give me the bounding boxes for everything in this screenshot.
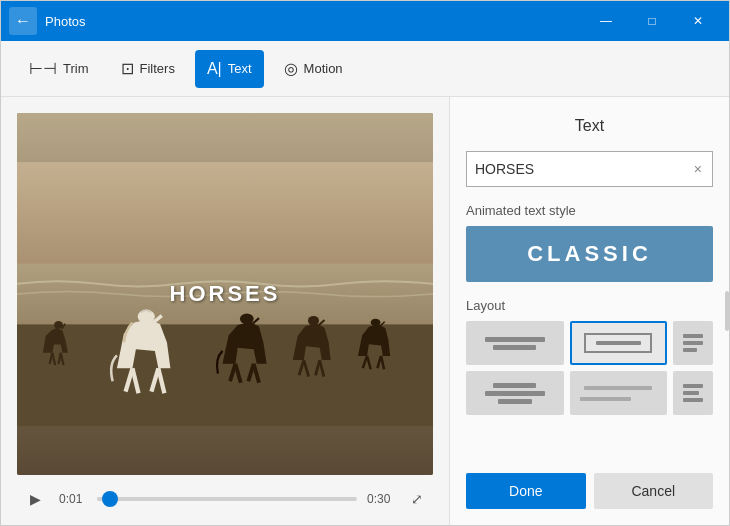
text-icon: A| — [207, 60, 222, 78]
layout-icon-3 — [679, 330, 707, 356]
right-panel: Text × Animated text style CLASSIC Layou… — [449, 97, 729, 525]
app-window: ← Photos — □ ✕ ⊢⊣ Trim ⊡ Filters A| Text… — [0, 0, 730, 526]
layout-side-bar — [683, 391, 699, 395]
clear-text-button[interactable]: × — [692, 159, 704, 179]
back-button[interactable]: ← — [9, 7, 37, 35]
motion-label: Motion — [304, 61, 343, 76]
style-classic-button[interactable]: CLASSIC — [466, 226, 713, 282]
layout-bar — [493, 345, 536, 350]
layout-grid — [466, 321, 713, 415]
layout-bar — [485, 391, 545, 396]
title-bar: ← Photos — □ ✕ — [1, 1, 729, 41]
layout-side-bar — [683, 384, 703, 388]
layout-icon-2 — [572, 323, 666, 363]
panel-title: Text — [466, 117, 713, 135]
timeline-thumb[interactable] — [102, 491, 118, 507]
layout-bar — [493, 383, 536, 388]
layout-icon-1 — [468, 323, 562, 363]
current-time: 0:01 — [59, 492, 87, 506]
filters-button[interactable]: ⊡ Filters — [109, 50, 187, 88]
layout-side-bar — [683, 334, 703, 338]
layout-option-4[interactable] — [466, 371, 564, 415]
main-content: HORSES ▶ 0:01 0:30 ⤢ Text × Animated t — [1, 97, 729, 525]
animated-style-label: Animated text style — [466, 203, 713, 218]
text-label: Text — [228, 61, 252, 76]
layout-side-bar — [683, 348, 697, 352]
app-title: Photos — [45, 14, 583, 29]
layout-bar — [498, 399, 532, 404]
text-input[interactable] — [475, 161, 692, 177]
window-controls: — □ ✕ — [583, 1, 721, 41]
total-time: 0:30 — [367, 492, 395, 506]
text-button[interactable]: A| Text — [195, 50, 264, 88]
layout-option-1[interactable] — [466, 321, 564, 365]
layout-side-bar — [683, 341, 703, 345]
video-preview: HORSES — [17, 113, 433, 475]
left-panel: HORSES ▶ 0:01 0:30 ⤢ — [1, 97, 449, 525]
done-button[interactable]: Done — [466, 473, 586, 509]
toolbar: ⊢⊣ Trim ⊡ Filters A| Text ◎ Motion — [1, 41, 729, 97]
cancel-button[interactable]: Cancel — [594, 473, 714, 509]
layout-option-2[interactable] — [570, 321, 668, 365]
action-buttons: Done Cancel — [466, 473, 713, 509]
svg-point-18 — [308, 316, 319, 326]
layout-option-6[interactable] — [673, 371, 713, 415]
trim-label: Trim — [63, 61, 89, 76]
layout-bar — [485, 337, 545, 342]
layout-option-5[interactable] — [570, 371, 668, 415]
filters-label: Filters — [140, 61, 175, 76]
maximize-button[interactable]: □ — [629, 1, 675, 41]
play-button[interactable]: ▶ — [21, 485, 49, 513]
layout-icon-4 — [468, 373, 562, 413]
text-input-row: × — [466, 151, 713, 187]
video-overlay-text: HORSES — [170, 281, 281, 307]
motion-button[interactable]: ◎ Motion — [272, 50, 355, 88]
svg-point-13 — [240, 314, 254, 325]
layout-side-bar — [683, 398, 703, 402]
layout-label: Layout — [466, 298, 713, 313]
minimize-button[interactable]: — — [583, 1, 629, 41]
svg-point-23 — [371, 319, 381, 326]
layout-icon-5 — [572, 373, 666, 413]
layout-option-3[interactable] — [673, 321, 713, 365]
layout-icon-6 — [679, 380, 707, 406]
expand-button[interactable]: ⤢ — [405, 487, 429, 511]
trim-button[interactable]: ⊢⊣ Trim — [17, 50, 101, 88]
filters-icon: ⊡ — [121, 59, 134, 78]
motion-icon: ◎ — [284, 59, 298, 78]
close-button[interactable]: ✕ — [675, 1, 721, 41]
video-controls: ▶ 0:01 0:30 ⤢ — [17, 485, 433, 513]
scrollbar — [725, 291, 729, 331]
trim-icon: ⊢⊣ — [29, 59, 57, 78]
timeline-track[interactable] — [97, 497, 357, 501]
